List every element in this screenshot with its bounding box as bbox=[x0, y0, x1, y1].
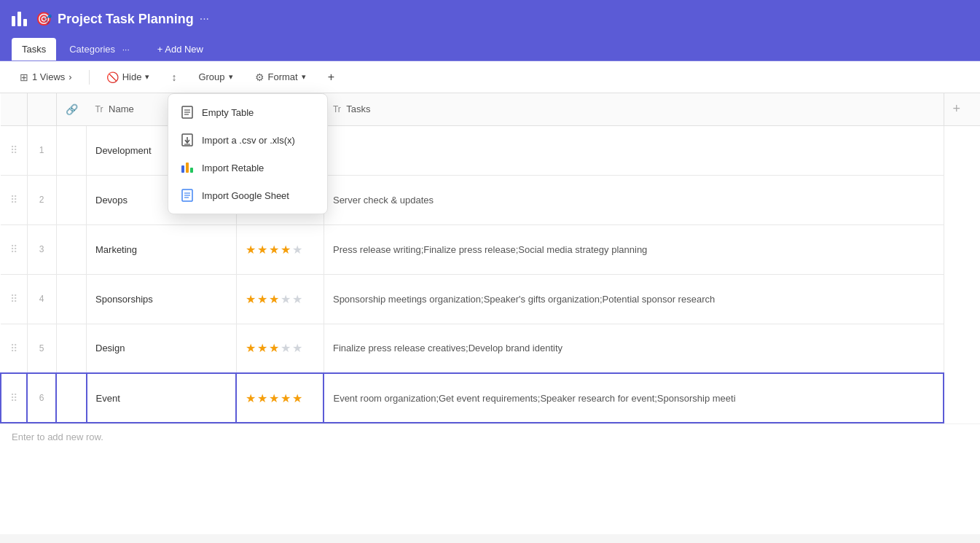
row-number: 4 bbox=[27, 274, 56, 324]
row-drag-handle[interactable]: ⠿ bbox=[1, 224, 27, 274]
row-rating[interactable]: ★★★★★ bbox=[236, 324, 324, 373]
data-table: 🔗 Tr Name ★ Tr Tasks + ⠿1Development★ bbox=[0, 93, 980, 423]
star-3[interactable]: ★ bbox=[269, 341, 279, 355]
format-gear-icon: ⚙ bbox=[255, 71, 264, 83]
dropdown-item-import-retable[interactable]: Import Retable bbox=[168, 154, 327, 181]
star-4[interactable]: ★ bbox=[281, 391, 291, 405]
row-number: 1 bbox=[27, 125, 56, 175]
row-name[interactable]: Marketing bbox=[87, 224, 237, 274]
star-4[interactable]: ★ bbox=[281, 243, 291, 257]
row-link-col bbox=[56, 324, 87, 373]
sort-button[interactable]: ↕ bbox=[163, 67, 184, 87]
table-row: ⠿6Event★★★★★Event room organization;Get … bbox=[1, 373, 980, 423]
row-tasks[interactable]: Sponsorship meetings organization;Speake… bbox=[324, 274, 944, 324]
import-csv-label: Import a .csv or .xls(x) bbox=[202, 135, 295, 146]
tabs-row: Tasks Categories ··· + Add New bbox=[0, 38, 980, 61]
star-2[interactable]: ★ bbox=[257, 292, 267, 306]
tab-categories[interactable]: Categories ··· bbox=[59, 38, 140, 60]
star-4[interactable]: ★ bbox=[281, 341, 291, 355]
row-number: 2 bbox=[27, 175, 56, 224]
star-4[interactable]: ★ bbox=[281, 292, 291, 306]
row-link-col bbox=[56, 175, 87, 224]
star-3[interactable]: ★ bbox=[269, 243, 279, 257]
dropdown-menu: Empty Table Import a .csv or .xls(x) Imp… bbox=[168, 93, 328, 214]
sort-icon: ↕ bbox=[171, 71, 176, 83]
toolbar-divider-1 bbox=[89, 70, 90, 85]
row-drag-handle[interactable]: ⠿ bbox=[1, 373, 27, 423]
add-field-button[interactable]: + bbox=[320, 66, 342, 88]
row-tasks[interactable]: Press release writing;Finalize press rel… bbox=[324, 224, 944, 274]
star-5[interactable]: ★ bbox=[292, 243, 302, 257]
add-field-icon: + bbox=[328, 71, 334, 84]
star-5[interactable]: ★ bbox=[292, 292, 302, 306]
star-1[interactable]: ★ bbox=[246, 391, 256, 405]
row-number: 5 bbox=[27, 324, 56, 373]
enter-row-hint: Enter to add new row. bbox=[0, 423, 980, 450]
table-row: ⠿5Design★★★★★Finalize press release crea… bbox=[1, 324, 980, 373]
row-tasks[interactable]: Event room organization;Get event requir… bbox=[324, 373, 944, 423]
import-google-icon bbox=[180, 188, 195, 203]
row-tasks[interactable]: Finalize press release creatives;Develop… bbox=[324, 324, 944, 373]
star-1[interactable]: ★ bbox=[246, 341, 256, 355]
star-5[interactable]: ★ bbox=[292, 341, 302, 355]
group-button[interactable]: Group ▾ bbox=[190, 67, 240, 87]
tasks-col-icon: Tr bbox=[333, 104, 341, 114]
row-tasks[interactable]: Server check & updates bbox=[324, 175, 944, 224]
row-drag-handle[interactable]: ⠿ bbox=[1, 175, 27, 224]
row-link-col bbox=[56, 224, 87, 274]
th-tasks[interactable]: Tr Tasks bbox=[324, 93, 944, 125]
import-google-label: Import Google Sheet bbox=[202, 190, 289, 201]
import-retable-icon bbox=[180, 160, 195, 175]
row-rating[interactable]: ★★★★★ bbox=[236, 224, 324, 274]
table-row: ⠿3Marketing★★★★★Press release writing;Fi… bbox=[1, 224, 980, 274]
dropdown-item-empty-table[interactable]: Empty Table bbox=[168, 98, 327, 126]
page-title: Project Task Planning bbox=[58, 12, 194, 27]
hide-label: Hide bbox=[122, 71, 142, 82]
header-more-button[interactable]: ··· bbox=[200, 12, 209, 26]
row-name[interactable]: Event bbox=[87, 373, 237, 423]
row-drag-handle[interactable]: ⠿ bbox=[1, 274, 27, 324]
star-2[interactable]: ★ bbox=[257, 391, 267, 405]
row-drag-handle[interactable]: ⠿ bbox=[1, 125, 27, 175]
format-chevron: ▾ bbox=[302, 72, 306, 82]
star-5[interactable]: ★ bbox=[292, 391, 302, 405]
dropdown-item-import-google[interactable]: Import Google Sheet bbox=[168, 181, 327, 209]
row-drag-handle[interactable]: ⠿ bbox=[1, 324, 27, 373]
tab-tasks[interactable]: Tasks bbox=[12, 38, 56, 60]
row-rating[interactable]: ★★★★★ bbox=[236, 274, 324, 324]
star-1[interactable]: ★ bbox=[246, 292, 256, 306]
views-icon: ⊞ bbox=[20, 71, 28, 83]
th-add-col[interactable]: + bbox=[944, 93, 980, 125]
add-col-icon: + bbox=[953, 101, 961, 116]
star-3[interactable]: ★ bbox=[269, 391, 279, 405]
row-number: 6 bbox=[27, 373, 56, 423]
main-content: 🔗 Tr Name ★ Tr Tasks + ⠿1Development★ bbox=[0, 93, 980, 534]
star-2[interactable]: ★ bbox=[257, 341, 267, 355]
row-rating[interactable]: ★★★★★ bbox=[236, 373, 324, 423]
table-row: ⠿4Sponsorships★★★★★Sponsorship meetings … bbox=[1, 274, 980, 324]
star-2[interactable]: ★ bbox=[257, 243, 267, 257]
row-name[interactable]: Sponsorships bbox=[87, 274, 237, 324]
hide-button[interactable]: 🚫 Hide ▾ bbox=[98, 67, 158, 87]
group-label: Group bbox=[198, 71, 224, 82]
star-1[interactable]: ★ bbox=[246, 243, 256, 257]
th-link: 🔗 bbox=[56, 93, 87, 125]
dropdown-item-import-csv[interactable]: Import a .csv or .xls(x) bbox=[168, 126, 327, 154]
row-link-col bbox=[56, 125, 87, 175]
row-link-col bbox=[56, 274, 87, 324]
table-row: ⠿1Development★★★★★ bbox=[1, 125, 980, 175]
row-tasks[interactable] bbox=[324, 125, 944, 175]
th-drag bbox=[1, 93, 27, 125]
star-3[interactable]: ★ bbox=[269, 292, 279, 306]
row-name[interactable]: Design bbox=[87, 324, 237, 373]
empty-table-icon bbox=[180, 105, 195, 120]
import-csv-icon bbox=[180, 133, 195, 147]
hide-chevron: ▾ bbox=[145, 72, 149, 82]
tab-categories-more[interactable]: ··· bbox=[122, 44, 130, 55]
add-new-button[interactable]: + Add New bbox=[149, 39, 212, 59]
format-button[interactable]: ⚙ Format ▾ bbox=[247, 67, 314, 87]
target-icon: 🎯 bbox=[36, 11, 52, 27]
group-chevron: ▾ bbox=[229, 72, 233, 82]
views-button[interactable]: ⊞ 1 Views › bbox=[12, 67, 80, 87]
views-label: 1 Views bbox=[32, 71, 65, 82]
